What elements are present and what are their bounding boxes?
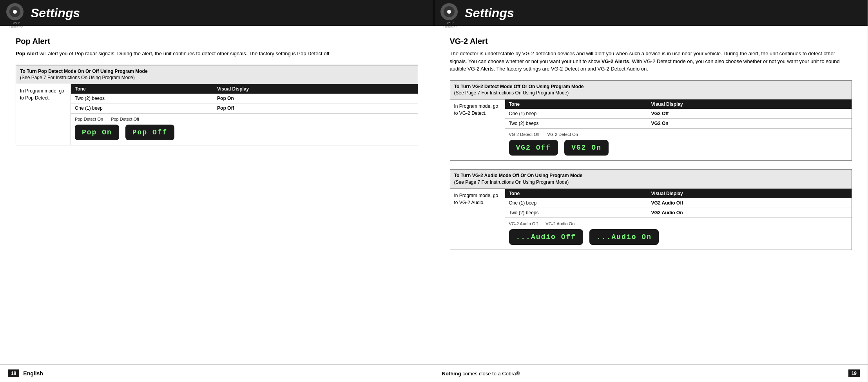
right-content: VG-2 Alert The detector is undetectable …	[434, 26, 868, 364]
vg2-detect-header: Tone Visual Display	[505, 100, 852, 109]
pop-alert-text: will alert you of Pop radar signals. Dur…	[38, 51, 331, 56]
vg2-audio-label-off: VG-2 Audio Off	[509, 221, 538, 226]
tagline-rest: comes close to a Cobra®	[461, 371, 520, 377]
display-labels: Pop Detect On Pop Detect Off	[75, 117, 414, 121]
vg2-detect-label-off: VG-2 Detect Off	[509, 132, 540, 137]
vg2-detect-label-on: VG-2 Detect On	[547, 132, 578, 137]
right-page-title: Settings	[465, 6, 514, 20]
footer-left: 18 English	[8, 369, 43, 377]
vg2-audio-visual-header: Visual Display	[651, 191, 848, 196]
cell-tone-1: Two (2) beeps	[75, 96, 217, 101]
vg2-bold: VG-2 Alerts	[602, 58, 629, 64]
table-instruction: To Turn Pop Detect Mode On Or Off Using …	[16, 65, 418, 85]
vg2-detect-table: To Turn VG-2 Detect Mode Off Or On Using…	[450, 80, 852, 161]
right-logo-circle	[440, 3, 458, 20]
lcd-vg2-on: VG2 On	[564, 140, 609, 156]
left-page-number: 18	[8, 369, 19, 377]
vg2-alert-title: VG-2 Alert	[450, 37, 852, 46]
display-label-on: Pop Detect On	[75, 117, 103, 121]
vg2-audio-header: Tone Visual Display	[505, 189, 852, 198]
col-tone-header: Tone	[75, 86, 217, 92]
left-content: Pop Alert Pop Alert will alert you of Po…	[0, 26, 434, 364]
right-footer: Nothing comes close to a Cobra® 19	[434, 364, 868, 382]
vg2-audio-display: VG-2 Audio Off VG-2 Audio On ...Audio Of…	[505, 218, 852, 250]
left-page: Your Detector Settings Pop Alert Pop Ale…	[0, 0, 434, 382]
audio-on-tone: Two (2) beeps	[509, 210, 651, 215]
right-logo-inner	[444, 6, 455, 17]
audio-off-visual: VG2 Audio Off	[651, 200, 848, 206]
vg2-detect-visual-header: Visual Display	[651, 101, 848, 107]
pop-alert-title: Pop Alert	[16, 37, 418, 46]
lcd-audio-on: ...Audio On	[589, 229, 659, 245]
audio-off-tone: One (1) beep	[509, 200, 651, 206]
vg2-detect-instruction: To Turn VG-2 Detect Mode Off Or On Using…	[450, 81, 852, 100]
table-header-row: Tone Visual Display	[71, 84, 418, 94]
footer-lang: English	[23, 370, 43, 377]
vg2-detect-body: In Program mode, go to VG-2 Detect. Tone…	[450, 100, 852, 160]
footer-text: Nothing comes close to a Cobra®	[442, 371, 520, 377]
cell-visual-1: Pop On	[217, 96, 413, 101]
vg2-on-tone: Two (2) beeps	[509, 121, 651, 126]
vg2-off-visual: VG2 Off	[651, 111, 848, 116]
vg2-off-tone: One (1) beep	[509, 111, 651, 116]
table-inst-line2: (See Page 7 For Instructions On Using Pr…	[20, 75, 135, 80]
detector-label: Your Detector	[6, 21, 26, 29]
right-logo-dot	[447, 10, 451, 14]
vg2-audio-main: Tone Visual Display One (1) beep VG2 Aud…	[505, 189, 852, 250]
pop-detect-table: To Turn Pop Detect Mode On Or Off Using …	[16, 65, 418, 146]
vg2-detect-display: VG-2 Detect Off VG-2 Detect On VG2 Off V…	[505, 129, 852, 160]
table-main: Tone Visual Display Two (2) beeps Pop On…	[71, 84, 418, 145]
vg2-detect-inst1: To Turn VG-2 Detect Mode Off Or On Using…	[454, 84, 584, 89]
display-screens: Pop On Pop Off	[75, 125, 414, 140]
table-row: Two (2) beeps Pop On	[71, 94, 418, 103]
vg2-audio-inst2: (See Page 7 For Instructions On Using Pr…	[454, 179, 569, 185]
vg2-audio-screens: ...Audio Off ...Audio On	[509, 229, 848, 245]
logo-inner	[9, 6, 20, 17]
audio-on-visual: VG2 Audio On	[651, 210, 848, 215]
left-header: Your Detector Settings	[0, 0, 434, 26]
vg2-detect-tone-header: Tone	[509, 101, 651, 107]
vg2-detect-main: Tone Visual Display One (1) beep VG2 Off…	[505, 100, 852, 160]
right-logo: Your Detector	[440, 3, 460, 23]
lcd-vg2-off: VG2 Off	[509, 140, 558, 156]
table-row: One (1) beep VG2 Off	[505, 109, 852, 119]
right-header: Your Detector Settings	[434, 0, 868, 26]
cell-tone-2: One (1) beep	[75, 105, 217, 111]
pop-alert-bold: Pop Alert	[16, 51, 38, 56]
display-section: Pop Detect On Pop Detect Off Pop On Pop …	[71, 113, 418, 145]
table-row: One (1) beep VG2 Audio Off	[505, 198, 852, 208]
table-row: One (1) beep Pop Off	[71, 103, 418, 113]
vg2-audio-body: In Program mode, go to VG-2 Audio. Tone …	[450, 189, 852, 250]
vg2-detect-label: In Program mode, go to VG-2 Detect.	[450, 100, 505, 160]
lcd-audio-off: ...Audio Off	[509, 229, 583, 245]
vg2-detect-labels: VG-2 Detect Off VG-2 Detect On	[509, 132, 848, 137]
left-footer: 18 English	[0, 364, 434, 382]
vg2-audio-inst1: To Turn VG-2 Audio Mode Off Or On Using …	[454, 173, 583, 178]
vg2-detect-inst2: (See Page 7 For Instructions On Using Pr…	[454, 90, 569, 96]
lcd-pop-on: Pop On	[75, 125, 119, 140]
vg2-audio-instruction: To Turn VG-2 Audio Mode Off Or On Using …	[450, 170, 852, 189]
vg2-detect-screens: VG2 Off VG2 On	[509, 140, 848, 156]
logo-dot	[13, 10, 17, 14]
left-logo: Your Detector	[6, 3, 26, 23]
table-row: Two (2) beeps VG2 Audio On	[505, 208, 852, 218]
right-page-number: 19	[848, 369, 860, 377]
logo-circle	[6, 3, 24, 20]
table-label-col: In Program mode, go to Pop Detect.	[16, 84, 71, 145]
vg2-audio-tone-header: Tone	[509, 191, 651, 196]
table-row: Two (2) beeps VG2 On	[505, 119, 852, 129]
display-label-off: Pop Detect Off	[111, 117, 139, 121]
col-visual-header: Visual Display	[217, 86, 413, 92]
vg2-audio-label-on: VG-2 Audio On	[545, 221, 574, 226]
table-inst-line1: To Turn Pop Detect Mode On Or Off Using …	[20, 69, 148, 74]
vg2-audio-labels: VG-2 Audio Off VG-2 Audio On	[509, 221, 848, 226]
left-page-title: Settings	[31, 6, 80, 20]
pop-alert-desc: Pop Alert will alert you of Pop radar si…	[16, 50, 418, 58]
nothing-bold: Nothing	[442, 371, 461, 377]
cell-visual-2: Pop Off	[217, 105, 413, 111]
vg2-alert-desc: The detector is undetectable by VG-2 det…	[450, 50, 852, 73]
footer-tagline: Nothing comes close to a Cobra®	[442, 371, 520, 377]
vg2-audio-table: To Turn VG-2 Audio Mode Off Or On Using …	[450, 169, 852, 250]
vg2-on-visual: VG2 On	[651, 121, 848, 126]
lcd-pop-off: Pop Off	[125, 125, 175, 140]
